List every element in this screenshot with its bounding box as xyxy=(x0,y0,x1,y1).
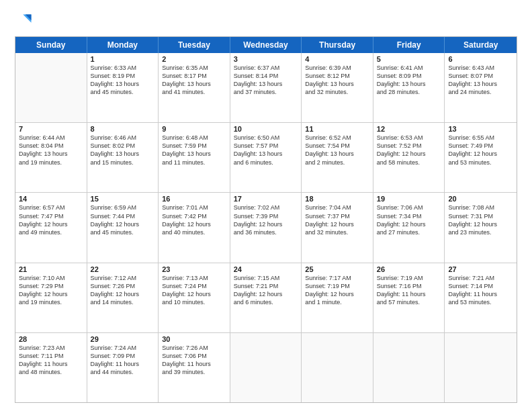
day-info-6: Sunrise: 6:43 AM Sunset: 8:07 PM Dayligh… xyxy=(448,64,513,97)
day-number-17: 17 xyxy=(234,195,298,203)
day-number-22: 22 xyxy=(91,265,155,273)
day-cell-26: 26Sunrise: 7:19 AM Sunset: 7:16 PM Dayli… xyxy=(373,263,445,332)
day-cell-14: 14Sunrise: 6:57 AM Sunset: 7:47 PM Dayli… xyxy=(15,193,87,262)
day-cell-2: 2Sunrise: 6:35 AM Sunset: 8:17 PM Daylig… xyxy=(159,53,230,122)
day-info-3: Sunrise: 6:37 AM Sunset: 8:14 PM Dayligh… xyxy=(234,64,298,97)
day-info-25: Sunrise: 7:17 AM Sunset: 7:19 PM Dayligh… xyxy=(305,274,369,307)
day-cell-4: 4Sunrise: 6:39 AM Sunset: 8:12 PM Daylig… xyxy=(302,53,373,122)
day-cell-20: 20Sunrise: 7:08 AM Sunset: 7:31 PM Dayli… xyxy=(445,193,517,262)
day-info-24: Sunrise: 7:15 AM Sunset: 7:21 PM Dayligh… xyxy=(234,274,298,307)
day-info-29: Sunrise: 7:24 AM Sunset: 7:09 PM Dayligh… xyxy=(91,344,155,377)
day-number-29: 29 xyxy=(91,335,155,343)
day-cell-29: 29Sunrise: 7:24 AM Sunset: 7:09 PM Dayli… xyxy=(87,333,159,402)
day-number-1: 1 xyxy=(91,55,155,63)
day-info-16: Sunrise: 7:01 AM Sunset: 7:42 PM Dayligh… xyxy=(162,203,226,236)
day-cell-8: 8Sunrise: 6:46 AM Sunset: 8:02 PM Daylig… xyxy=(87,123,159,192)
day-info-23: Sunrise: 7:13 AM Sunset: 7:24 PM Dayligh… xyxy=(162,274,226,307)
day-info-14: Sunrise: 6:57 AM Sunset: 7:47 PM Dayligh… xyxy=(19,203,83,236)
day-cell-10: 10Sunrise: 6:50 AM Sunset: 7:57 PM Dayli… xyxy=(230,123,302,192)
day-info-20: Sunrise: 7:08 AM Sunset: 7:31 PM Dayligh… xyxy=(448,203,513,236)
day-info-22: Sunrise: 7:12 AM Sunset: 7:26 PM Dayligh… xyxy=(91,274,155,307)
calendar-row-3: 21Sunrise: 7:10 AM Sunset: 7:29 PM Dayli… xyxy=(15,263,517,332)
day-number-12: 12 xyxy=(377,125,441,133)
day-cell-1: 1Sunrise: 6:33 AM Sunset: 8:19 PM Daylig… xyxy=(87,53,159,122)
day-cell-21: 21Sunrise: 7:10 AM Sunset: 7:29 PM Dayli… xyxy=(15,263,87,332)
day-cell-22: 22Sunrise: 7:12 AM Sunset: 7:26 PM Dayli… xyxy=(87,263,159,332)
day-number-16: 16 xyxy=(162,195,226,203)
header xyxy=(15,12,517,31)
day-info-7: Sunrise: 6:44 AM Sunset: 8:04 PM Dayligh… xyxy=(19,134,83,167)
day-number-27: 27 xyxy=(448,265,513,273)
day-number-30: 30 xyxy=(162,335,226,343)
day-info-9: Sunrise: 6:48 AM Sunset: 7:59 PM Dayligh… xyxy=(162,134,226,167)
day-cell-30: 30Sunrise: 7:26 AM Sunset: 7:06 PM Dayli… xyxy=(159,333,230,402)
day-number-21: 21 xyxy=(19,265,83,273)
day-cell-15: 15Sunrise: 6:59 AM Sunset: 7:44 PM Dayli… xyxy=(87,193,159,262)
day-info-8: Sunrise: 6:46 AM Sunset: 8:02 PM Dayligh… xyxy=(91,134,155,167)
empty-cell-4-5 xyxy=(373,333,445,402)
day-info-19: Sunrise: 7:06 AM Sunset: 7:34 PM Dayligh… xyxy=(377,203,441,236)
day-cell-7: 7Sunrise: 6:44 AM Sunset: 8:04 PM Daylig… xyxy=(15,123,87,192)
day-number-14: 14 xyxy=(19,195,83,203)
day-cell-18: 18Sunrise: 7:04 AM Sunset: 7:37 PM Dayli… xyxy=(302,193,373,262)
day-cell-13: 13Sunrise: 6:55 AM Sunset: 7:49 PM Dayli… xyxy=(445,123,517,192)
day-cell-9: 9Sunrise: 6:48 AM Sunset: 7:59 PM Daylig… xyxy=(159,123,230,192)
day-number-25: 25 xyxy=(305,265,369,273)
day-info-30: Sunrise: 7:26 AM Sunset: 7:06 PM Dayligh… xyxy=(162,344,226,377)
header-day-thursday: Thursday xyxy=(302,37,373,53)
day-cell-11: 11Sunrise: 6:52 AM Sunset: 7:54 PM Dayli… xyxy=(302,123,373,192)
day-info-21: Sunrise: 7:10 AM Sunset: 7:29 PM Dayligh… xyxy=(19,274,83,307)
logo xyxy=(15,12,36,31)
day-info-18: Sunrise: 7:04 AM Sunset: 7:37 PM Dayligh… xyxy=(305,203,369,236)
day-number-18: 18 xyxy=(305,195,369,203)
day-info-5: Sunrise: 6:41 AM Sunset: 8:09 PM Dayligh… xyxy=(377,64,441,97)
calendar-body: 1Sunrise: 6:33 AM Sunset: 8:19 PM Daylig… xyxy=(15,53,517,402)
day-cell-23: 23Sunrise: 7:13 AM Sunset: 7:24 PM Dayli… xyxy=(159,263,230,332)
day-number-7: 7 xyxy=(19,125,83,133)
day-number-19: 19 xyxy=(377,195,441,203)
empty-cell-4-4 xyxy=(302,333,373,402)
day-info-10: Sunrise: 6:50 AM Sunset: 7:57 PM Dayligh… xyxy=(234,134,298,167)
day-cell-17: 17Sunrise: 7:02 AM Sunset: 7:39 PM Dayli… xyxy=(230,193,302,262)
header-day-friday: Friday xyxy=(373,37,445,53)
day-info-1: Sunrise: 6:33 AM Sunset: 8:19 PM Dayligh… xyxy=(91,64,155,97)
day-cell-27: 27Sunrise: 7:21 AM Sunset: 7:14 PM Dayli… xyxy=(445,263,517,332)
header-day-wednesday: Wednesday xyxy=(230,37,302,53)
calendar-row-0: 1Sunrise: 6:33 AM Sunset: 8:19 PM Daylig… xyxy=(15,53,517,122)
day-cell-6: 6Sunrise: 6:43 AM Sunset: 8:07 PM Daylig… xyxy=(445,53,517,122)
day-number-15: 15 xyxy=(91,195,155,203)
day-number-8: 8 xyxy=(91,125,155,133)
header-day-saturday: Saturday xyxy=(445,37,517,53)
day-info-4: Sunrise: 6:39 AM Sunset: 8:12 PM Dayligh… xyxy=(305,64,369,97)
day-number-3: 3 xyxy=(234,55,298,63)
day-info-15: Sunrise: 6:59 AM Sunset: 7:44 PM Dayligh… xyxy=(91,203,155,236)
day-cell-19: 19Sunrise: 7:06 AM Sunset: 7:34 PM Dayli… xyxy=(373,193,445,262)
day-info-26: Sunrise: 7:19 AM Sunset: 7:16 PM Dayligh… xyxy=(377,274,441,307)
day-info-13: Sunrise: 6:55 AM Sunset: 7:49 PM Dayligh… xyxy=(448,134,513,167)
day-number-4: 4 xyxy=(305,55,369,63)
day-info-12: Sunrise: 6:53 AM Sunset: 7:52 PM Dayligh… xyxy=(377,134,441,167)
calendar-row-2: 14Sunrise: 6:57 AM Sunset: 7:47 PM Dayli… xyxy=(15,192,517,262)
day-number-24: 24 xyxy=(234,265,298,273)
day-number-11: 11 xyxy=(305,125,369,133)
day-cell-28: 28Sunrise: 7:23 AM Sunset: 7:11 PM Dayli… xyxy=(15,333,87,402)
day-number-20: 20 xyxy=(448,195,513,203)
day-number-2: 2 xyxy=(162,55,226,63)
day-info-2: Sunrise: 6:35 AM Sunset: 8:17 PM Dayligh… xyxy=(162,64,226,97)
day-cell-16: 16Sunrise: 7:01 AM Sunset: 7:42 PM Dayli… xyxy=(159,193,230,262)
header-day-tuesday: Tuesday xyxy=(159,37,230,53)
header-day-monday: Monday xyxy=(87,37,159,53)
empty-cell-4-3 xyxy=(230,333,302,402)
day-number-5: 5 xyxy=(377,55,441,63)
empty-cell-4-6 xyxy=(445,333,517,402)
logo-icon xyxy=(15,12,34,31)
day-cell-24: 24Sunrise: 7:15 AM Sunset: 7:21 PM Dayli… xyxy=(230,263,302,332)
day-number-23: 23 xyxy=(162,265,226,273)
day-number-9: 9 xyxy=(162,125,226,133)
calendar-header: SundayMondayTuesdayWednesdayThursdayFrid… xyxy=(15,37,517,53)
day-number-6: 6 xyxy=(448,55,513,63)
header-day-sunday: Sunday xyxy=(15,37,87,53)
calendar-row-1: 7Sunrise: 6:44 AM Sunset: 8:04 PM Daylig… xyxy=(15,122,517,192)
day-cell-3: 3Sunrise: 6:37 AM Sunset: 8:14 PM Daylig… xyxy=(230,53,302,122)
day-number-10: 10 xyxy=(234,125,298,133)
